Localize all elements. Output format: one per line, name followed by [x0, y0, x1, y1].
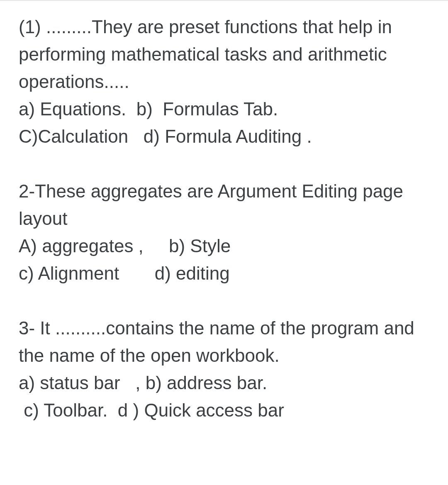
question-2: 2-These aggregates are Argument Editing …	[19, 178, 429, 287]
question-3-options-c-d: c) Toolbar. d ) Quick access bar	[19, 397, 429, 424]
question-1-options-c-d: C)Calculation d) Formula Auditing .	[19, 123, 429, 150]
question-1: (1) .........They are preset functions t…	[19, 13, 429, 150]
question-1-options-a-b: a) Equations. b) Formulas Tab.	[19, 95, 429, 123]
question-3-prompt: 3- It ..........contains the name of the…	[19, 314, 429, 369]
question-3: 3- It ..........contains the name of the…	[19, 314, 429, 424]
question-2-options-a-b: A) aggregates , b) Style	[19, 232, 429, 260]
question-2-prompt: 2-These aggregates are Argument Editing …	[19, 178, 429, 232]
question-1-prompt: (1) .........They are preset functions t…	[19, 13, 429, 95]
question-2-options-c-d: c) Alignment d) editing	[19, 260, 429, 287]
question-3-options-a-b: a) status bar , b) address bar.	[19, 369, 429, 397]
